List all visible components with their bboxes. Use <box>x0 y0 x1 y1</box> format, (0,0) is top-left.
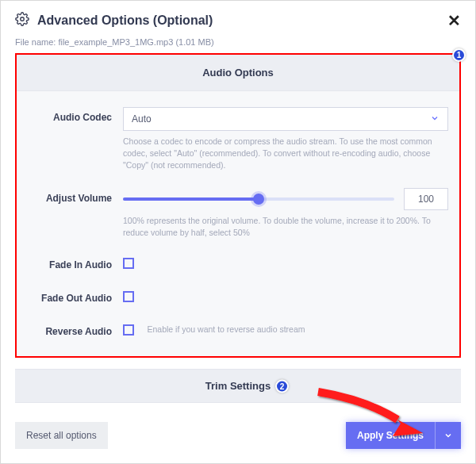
trim-settings-header: Trim Settings 2 <box>15 369 461 403</box>
trim-settings-title: Trim Settings <box>205 380 271 392</box>
svg-point-0 <box>21 17 25 21</box>
fade-out-checkbox[interactable] <box>123 291 134 302</box>
row-reverse-audio: Reverse Audio Enable if you want to reve… <box>28 313 448 347</box>
volume-input[interactable] <box>404 188 448 210</box>
row-adjust-volume: Adjust Volume 100% represents the origin… <box>28 180 448 247</box>
close-icon[interactable]: ✕ <box>447 13 461 29</box>
gear-icon <box>15 12 29 29</box>
audio-options-box: 1 Audio Options Audio Codec Auto Choose … <box>15 53 461 358</box>
audio-codec-label: Audio Codec <box>28 107 123 123</box>
audio-options-body: Audio Codec Auto Choose a codec to encod… <box>17 91 459 356</box>
file-name-label: File name: <box>15 37 58 47</box>
apply-settings-button[interactable]: Apply Settings <box>346 422 435 449</box>
reverse-audio-label: Reverse Audio <box>28 321 123 337</box>
audio-codec-select[interactable]: Auto <box>123 107 448 131</box>
adjust-volume-helper: 100% represents the original volume. To … <box>123 215 448 239</box>
audio-options-header: Audio Options <box>17 55 459 91</box>
chevron-down-icon <box>430 113 440 125</box>
apply-settings-dropdown[interactable] <box>435 422 461 449</box>
fade-out-label: Fade Out Audio <box>28 288 123 304</box>
reset-all-button[interactable]: Reset all options <box>15 422 108 449</box>
apply-settings-group: Apply Settings <box>346 422 461 449</box>
row-fade-in: Fade In Audio <box>28 247 448 280</box>
dialog-title: Advanced Options (Optional) <box>37 13 447 28</box>
audio-codec-value: Auto <box>132 113 152 125</box>
footer-row: Reset all options Apply Settings <box>15 422 461 449</box>
reverse-audio-checkbox[interactable] <box>123 324 134 336</box>
file-name-row: File name: file_example_MP3_1MG.mp3 (1.0… <box>15 37 461 47</box>
fade-in-label: Fade In Audio <box>28 255 123 270</box>
fade-in-checkbox[interactable] <box>123 258 134 269</box>
advanced-options-dialog: Advanced Options (Optional) ✕ File name:… <box>0 0 476 464</box>
annotation-badge-1: 1 <box>452 48 466 62</box>
dialog-header: Advanced Options (Optional) ✕ <box>15 12 461 29</box>
volume-slider[interactable] <box>123 197 394 201</box>
file-name-value: file_example_MP3_1MG.mp3 (1.01 MB) <box>58 37 213 47</box>
annotation-badge-2: 2 <box>275 379 289 393</box>
row-audio-codec: Audio Codec Auto Choose a codec to encod… <box>28 99 448 180</box>
audio-codec-helper: Choose a codec to encode or compress the… <box>123 136 448 172</box>
row-fade-out: Fade Out Audio <box>28 280 448 313</box>
adjust-volume-label: Adjust Volume <box>28 188 123 204</box>
reverse-audio-helper: Enable if you want to reverse audio stre… <box>147 321 305 334</box>
